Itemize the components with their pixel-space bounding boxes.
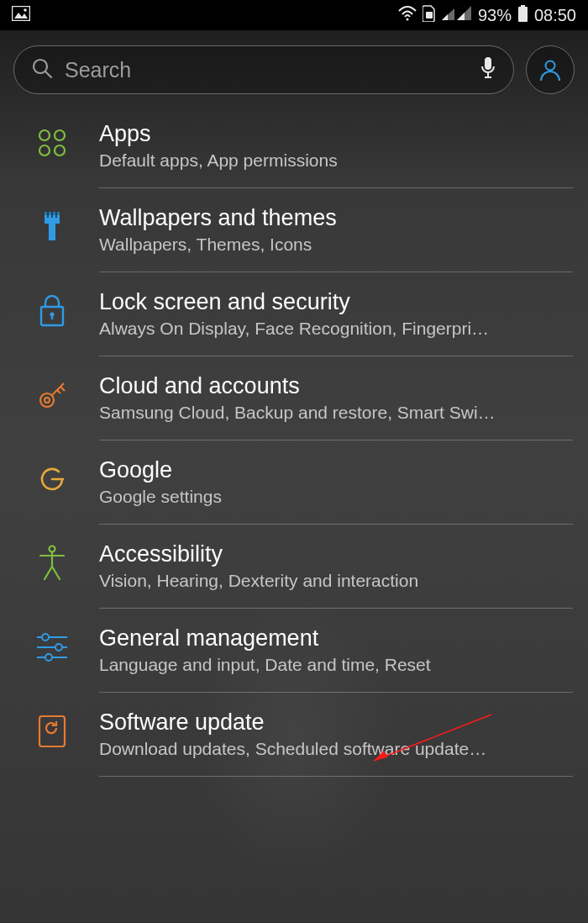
key-icon <box>34 377 71 414</box>
item-title: Apps <box>99 121 571 147</box>
svg-line-39 <box>45 567 52 579</box>
svg-point-46 <box>45 654 52 661</box>
svg-rect-4 <box>426 12 433 18</box>
svg-rect-13 <box>485 57 491 70</box>
status-left <box>12 6 30 25</box>
settings-item-software-update[interactable]: Software update Download updates, Schedu… <box>0 693 588 776</box>
svg-rect-47 <box>39 716 65 746</box>
item-title: Wallpapers and themes <box>99 205 571 231</box>
item-title: Software update <box>99 709 571 736</box>
svg-line-12 <box>45 71 51 77</box>
svg-point-16 <box>546 61 555 71</box>
search-bar[interactable]: Search <box>13 45 514 94</box>
svg-point-19 <box>39 145 50 156</box>
accessibility-icon <box>34 545 71 582</box>
svg-point-3 <box>406 18 408 20</box>
svg-marker-6 <box>442 14 448 20</box>
item-subtitle: Vision, Hearing, Dexterity and interacti… <box>99 571 571 591</box>
svg-line-34 <box>57 390 60 393</box>
item-title: Accessibility <box>99 541 571 567</box>
svg-rect-10 <box>518 7 528 22</box>
settings-item-accessibility[interactable]: Accessibility Vision, Hearing, Dexterity… <box>0 525 588 608</box>
svg-point-31 <box>45 398 50 403</box>
svg-point-30 <box>40 393 54 407</box>
svg-line-33 <box>60 387 65 391</box>
settings-item-general-management[interactable]: General management Language and input, D… <box>0 609 588 692</box>
item-subtitle: Default apps, App permissions <box>99 150 571 171</box>
svg-point-20 <box>55 145 65 156</box>
item-title: General management <box>99 625 571 651</box>
svg-point-17 <box>39 130 50 140</box>
search-icon <box>31 57 53 82</box>
svg-point-2 <box>24 8 27 12</box>
google-icon <box>34 461 71 498</box>
item-subtitle: Wallpapers, Themes, Icons <box>99 235 571 255</box>
wifi-icon <box>398 6 417 25</box>
svg-line-40 <box>52 567 60 579</box>
settings-item-apps[interactable]: Apps Default apps, App permissions <box>0 104 588 187</box>
svg-point-44 <box>55 644 62 651</box>
picture-icon <box>12 6 30 25</box>
search-row: Search <box>0 30 588 104</box>
update-icon <box>34 713 71 750</box>
mic-icon[interactable] <box>480 56 496 83</box>
sim-icon <box>423 5 436 26</box>
status-bar: 93% 08:50 <box>0 0 588 30</box>
item-subtitle: Samsung Cloud, Backup and restore, Smart… <box>99 403 571 423</box>
svg-marker-1 <box>14 13 28 18</box>
svg-rect-9 <box>521 5 525 7</box>
svg-point-36 <box>50 546 55 552</box>
svg-marker-8 <box>457 13 465 20</box>
item-title: Lock screen and security <box>99 289 571 315</box>
svg-rect-26 <box>49 224 55 240</box>
settings-item-google[interactable]: Google Google settings <box>0 440 588 524</box>
apps-icon <box>34 124 71 161</box>
profile-button[interactable] <box>526 45 575 94</box>
item-title: Cloud and accounts <box>99 373 571 399</box>
battery-percent: 93% <box>478 6 512 25</box>
lock-icon <box>34 293 71 330</box>
item-subtitle: Google settings <box>99 487 571 507</box>
battery-icon <box>517 5 528 26</box>
status-right: 93% 08:50 <box>398 5 576 26</box>
item-subtitle: Language and input, Date and time, Reset <box>99 655 571 675</box>
clock-text: 08:50 <box>534 6 576 25</box>
signal-icon <box>442 6 472 25</box>
settings-item-wallpapers[interactable]: Wallpapers and themes Wallpapers, Themes… <box>0 188 588 272</box>
settings-list: Apps Default apps, App permissions Wallp… <box>0 104 588 777</box>
item-subtitle: Download updates, Scheduled software upd… <box>99 739 571 759</box>
svg-point-42 <box>42 634 49 641</box>
brush-icon <box>34 208 71 245</box>
item-title: Google <box>99 457 571 483</box>
search-placeholder: Search <box>65 58 468 82</box>
item-subtitle: Always On Display, Face Recognition, Fin… <box>99 319 571 339</box>
settings-item-cloud-accounts[interactable]: Cloud and accounts Samsung Cloud, Backup… <box>0 356 588 440</box>
divider <box>99 776 573 777</box>
profile-icon <box>538 57 563 82</box>
svg-point-18 <box>55 130 65 140</box>
sliders-icon <box>34 629 71 666</box>
settings-item-lock-screen[interactable]: Lock screen and security Always On Displ… <box>0 272 588 356</box>
